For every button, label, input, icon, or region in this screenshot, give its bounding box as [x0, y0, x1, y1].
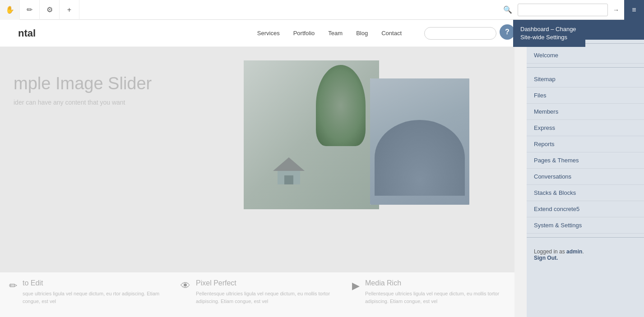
sidebar-item-stacks-blocks[interactable]: Stacks & Blocks — [527, 185, 644, 201]
sidebar-admin-link[interactable]: admin — [566, 248, 582, 255]
feature-3-icon: ▶ — [352, 280, 360, 292]
forward-icon: → — [613, 6, 619, 14]
svg-marker-0 — [273, 157, 305, 171]
sidebar-item-system-settings[interactable]: System & Settings — [527, 217, 644, 234]
slider-images — [244, 60, 469, 232]
edit-icon: ✏ — [27, 5, 32, 14]
hero-section: mple Image Slider ider can have any cont… — [0, 47, 514, 272]
sidebar-item-extend-label: Extend concrete5 — [534, 206, 579, 212]
feature-2-title: Pixel Perfect — [196, 279, 334, 287]
logo-icon: ✋ — [5, 5, 14, 14]
sidebar-item-reports-label: Reports — [534, 141, 555, 147]
toolbar: ✋ ✏ ⚙ + 🔍 → ≡ — [0, 0, 644, 20]
sidebar-divider-footer — [527, 237, 644, 238]
sidebar-item-extend[interactable]: Extend concrete5 — [527, 201, 644, 217]
site-nav: ntal Services Portfolio Team Blog Contac… — [0, 20, 514, 47]
slider-image-2 — [370, 78, 469, 205]
nav-blog[interactable]: Blog — [356, 30, 368, 37]
sidebar-item-welcome[interactable]: Welcome — [527, 47, 644, 64]
sidebar-item-express-label: Express — [534, 124, 555, 131]
sidebar-divider-1 — [527, 67, 644, 68]
feature-2-content: Pixel Perfect Pellentesque ultricies lig… — [196, 279, 334, 305]
site-logo: ntal — [18, 28, 36, 39]
sidebar-item-conversations-label: Conversations — [534, 173, 571, 180]
sidebar-item-conversations[interactable]: Conversations — [527, 169, 644, 185]
sidebar-item-pages-themes-label: Pages & Themes — [534, 157, 579, 164]
nav-team[interactable]: Team — [328, 30, 343, 37]
feature-1-title: to Edit — [23, 279, 162, 287]
sidebar-item-reports[interactable]: Reports — [527, 136, 644, 152]
url-bar[interactable] — [518, 4, 608, 16]
logo-button[interactable]: ✋ — [0, 0, 20, 20]
add-icon: + — [67, 6, 71, 14]
sidebar-footer-prefix: Logged in as — [534, 248, 566, 255]
feature-2: 👁 Pixel Perfect Pellentesque ultricies l… — [181, 279, 334, 305]
nav-contact[interactable]: Contact — [381, 30, 402, 37]
sidebar-item-members-label: Members — [534, 108, 558, 115]
site-content: ntal Services Portfolio Team Blog Contac… — [0, 20, 514, 317]
sidebar-footer: Logged in as admin. Sign Out. — [527, 241, 644, 268]
add-button[interactable]: + — [60, 0, 79, 20]
feature-3-content: Media Rich Pellentesque ultricies ligula… — [365, 279, 505, 305]
feature-2-icon: 👁 — [181, 280, 190, 292]
hero-title: mple Image Slider — [14, 74, 152, 93]
house-decoration — [271, 155, 307, 187]
site-nav-items: Services Portfolio Team Blog Contact — [257, 27, 496, 40]
sidebar-item-welcome-label: Welcome — [534, 52, 558, 59]
sidebar-signout-link[interactable]: Sign Out. — [534, 255, 558, 261]
site-search-input[interactable] — [424, 27, 496, 40]
dashboard-button[interactable]: ≡ — [624, 0, 644, 20]
forward-button[interactable]: → — [608, 2, 624, 18]
hero-text: mple Image Slider ider can have any cont… — [14, 74, 152, 106]
sidebar-item-express[interactable]: Express — [527, 120, 644, 136]
sidebar-item-files-label: Files — [534, 92, 546, 99]
sidebar-item-pages-themes[interactable]: Pages & Themes — [527, 152, 644, 169]
search-icon: 🔍 — [503, 5, 512, 14]
search-button[interactable]: 🔍 — [498, 0, 518, 20]
dashboard-icon: ≡ — [632, 6, 636, 14]
sidebar-item-sitemap-label: Sitemap — [534, 76, 556, 83]
nav-portfolio[interactable]: Portfolio — [293, 30, 315, 37]
hero-subtitle: ider can have any content that you want — [14, 99, 152, 106]
sidebar-item-system-settings-label: System & Settings — [534, 222, 582, 229]
help-icon: ? — [505, 28, 510, 36]
sidebar-item-sitemap[interactable]: Sitemap — [527, 71, 644, 87]
feature-1: ✏ to Edit sque ultricies ligula vel nequ… — [9, 279, 162, 305]
dashboard-tooltip-text: Dashboard – Change Site-wide Settings — [520, 26, 576, 41]
feature-3: ▶ Media Rich Pellentesque ultricies ligu… — [352, 279, 505, 305]
sidebar-item-members[interactable]: Members — [527, 104, 644, 120]
toolbar-right: 🔍 → ≡ — [498, 0, 644, 20]
help-button[interactable]: ? — [500, 24, 515, 40]
slider-image-1 — [244, 60, 379, 209]
svg-rect-2 — [284, 175, 293, 184]
feature-3-title: Media Rich — [365, 279, 505, 287]
edit-button[interactable]: ✏ — [20, 0, 40, 20]
bottom-features: ✏ to Edit sque ultricies ligula vel nequ… — [0, 272, 514, 317]
feature-3-text: Pellentesque ultricies ligula vel neque … — [365, 290, 505, 305]
feature-2-text: Pellentesque ultricies ligula vel neque … — [196, 290, 334, 305]
sidebar-item-files[interactable]: Files — [527, 87, 644, 104]
feature-1-icon: ✏ — [9, 280, 17, 292]
settings-button[interactable]: ⚙ — [40, 0, 60, 20]
feature-1-content: to Edit sque ultricies ligula vel neque … — [23, 279, 162, 305]
sidebar: Dashboard Welcome Sitemap Files Members … — [527, 20, 644, 317]
dashboard-tooltip: Dashboard – Change Site-wide Settings — [513, 20, 585, 47]
sidebar-item-stacks-blocks-label: Stacks & Blocks — [534, 189, 576, 196]
tree-decoration — [316, 65, 366, 146]
nav-services[interactable]: Services — [257, 30, 280, 37]
settings-icon: ⚙ — [46, 5, 53, 14]
feature-1-text: sque ultricies ligula vel neque dictum, … — [23, 290, 162, 305]
